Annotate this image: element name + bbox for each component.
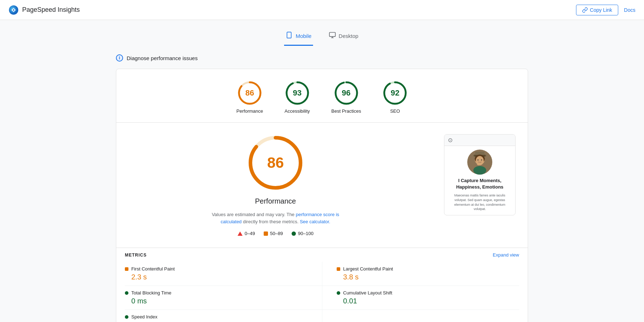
- link-icon: [582, 7, 588, 13]
- metric-fcp-value: 2.3 s: [125, 273, 316, 281]
- metric-cls: Cumulative Layout Shift 0.01: [322, 286, 519, 310]
- metric-cls-name: Cumulative Layout Shift: [343, 290, 392, 296]
- main-content: Mobile Desktop i Diagnose performance is…: [107, 20, 537, 322]
- score-value-best-practices: 96: [342, 88, 350, 98]
- expand-view-button[interactable]: Expand view: [493, 252, 519, 258]
- score-label-seo: SEO: [390, 108, 400, 114]
- average-icon: [264, 231, 268, 236]
- metric-fcp-name: First Contentful Paint: [131, 266, 175, 272]
- metric-cls-value: 0.01: [337, 297, 513, 305]
- big-score-circle: 86: [247, 134, 304, 191]
- score-value-performance: 86: [245, 88, 254, 98]
- score-row: 86 Performance 93 Accessibility: [116, 69, 528, 123]
- screenshot-body: Maecenas mattis fames ante iaculis volut…: [448, 193, 512, 211]
- screenshot-preview: I Capture Moments, Happiness, Emotions M…: [444, 146, 515, 215]
- score-item-best-practices: 96 Best Practices: [331, 80, 361, 114]
- screenshot-card: ⊙: [444, 134, 516, 215]
- big-score-num: 86: [267, 154, 284, 171]
- header-right: Copy Link Docs: [576, 5, 635, 15]
- diagnose-section: i Diagnose performance issues: [116, 54, 528, 62]
- mobile-icon: [286, 31, 293, 40]
- metric-si-header: Speed Index: [125, 314, 316, 319]
- legend-pass-range: 90–100: [298, 231, 313, 236]
- svg-rect-3: [329, 33, 335, 37]
- score-item-performance: 86 Performance: [236, 80, 263, 114]
- tab-desktop-label: Desktop: [339, 33, 358, 39]
- performance-description: Values are estimated and may vary. The p…: [208, 211, 343, 225]
- metric-cls-header: Cumulative Layout Shift: [337, 290, 513, 296]
- score-legend: 0–49 50–89 90–100: [238, 231, 313, 236]
- screenshot-camera-icon: ⊙: [448, 137, 453, 143]
- score-circle-accessibility: 93: [285, 80, 310, 106]
- results-card: 86 Performance 93 Accessibility: [116, 69, 528, 322]
- svg-text:i: i: [119, 55, 120, 60]
- docs-link[interactable]: Docs: [624, 7, 635, 13]
- diagnose-text: Diagnose performance issues: [127, 55, 197, 61]
- metric-cls-indicator: [337, 291, 340, 295]
- desktop-icon: [329, 31, 336, 40]
- score-value-seo: 92: [391, 88, 399, 98]
- score-value-accessibility: 93: [293, 88, 301, 98]
- screenshot-title: I Capture Moments, Happiness, Emotions: [448, 177, 512, 190]
- screenshot-toolbar: ⊙: [444, 135, 515, 146]
- performance-title: Performance: [255, 197, 296, 205]
- metric-fcp-indicator: [125, 267, 128, 271]
- legend-fail-range: 0–49: [245, 231, 255, 236]
- tab-mobile[interactable]: Mobile: [284, 27, 313, 46]
- score-label-performance: Performance: [236, 108, 263, 114]
- performance-detail: 86 Performance Values are estimated and …: [116, 123, 528, 248]
- svg-point-27: [481, 160, 482, 161]
- app-title: PageSpeed Insights: [22, 6, 80, 14]
- metric-lcp-header: Largest Contentful Paint: [337, 266, 513, 272]
- metric-si: Speed Index 2.9 s: [125, 310, 322, 322]
- score-label-accessibility: Accessibility: [284, 108, 310, 114]
- performance-left: 86 Performance Values are estimated and …: [125, 134, 426, 236]
- metrics-title: METRICS: [125, 253, 147, 258]
- score-item-accessibility: 93 Accessibility: [284, 80, 310, 114]
- score-circle-performance: 86: [237, 80, 262, 106]
- score-circle-best-practices: 96: [334, 80, 359, 106]
- legend-average-range: 50–89: [270, 231, 283, 236]
- pass-icon: [292, 231, 296, 236]
- metric-si-name: Speed Index: [131, 314, 157, 319]
- pagespeed-logo-icon: [9, 5, 19, 15]
- svg-rect-1: [287, 32, 292, 38]
- calculator-link[interactable]: See calculator.: [300, 219, 330, 224]
- score-label-best-practices: Best Practices: [331, 108, 361, 114]
- score-item-seo: 92 SEO: [382, 80, 408, 114]
- performance-right: ⊙: [440, 134, 519, 236]
- diagnose-icon: i: [116, 54, 123, 62]
- metrics-header: METRICS Expand view: [116, 248, 528, 262]
- tab-desktop[interactable]: Desktop: [327, 27, 360, 46]
- legend-average: 50–89: [264, 231, 283, 236]
- avatar-image: [467, 150, 492, 175]
- metric-lcp-name: Largest Contentful Paint: [343, 266, 393, 272]
- svg-point-26: [478, 160, 479, 161]
- score-circle-seo: 92: [382, 80, 408, 106]
- legend-fail: 0–49: [238, 231, 255, 236]
- metric-tbt-name: Total Blocking Time: [131, 290, 171, 296]
- svg-point-23: [473, 166, 486, 175]
- metrics-grid: First Contentful Paint 2.3 s Largest Con…: [116, 262, 528, 322]
- tab-mobile-label: Mobile: [296, 33, 311, 39]
- tabs-container: Mobile Desktop: [116, 27, 528, 46]
- metric-si-indicator: [125, 315, 128, 319]
- metric-lcp-indicator: [337, 267, 340, 271]
- metric-tbt-indicator: [125, 291, 128, 295]
- fail-icon: [238, 231, 243, 236]
- legend-pass: 90–100: [292, 231, 313, 236]
- metric-tbt: Total Blocking Time 0 ms: [125, 286, 322, 310]
- metric-fcp: First Contentful Paint 2.3 s: [125, 262, 322, 286]
- header: PageSpeed Insights Copy Link Docs: [0, 0, 644, 20]
- metric-lcp-value: 3.8 s: [337, 273, 513, 281]
- metric-empty: [322, 310, 519, 322]
- metric-fcp-header: First Contentful Paint: [125, 266, 316, 272]
- metric-tbt-header: Total Blocking Time: [125, 290, 316, 296]
- header-left: PageSpeed Insights: [9, 5, 80, 15]
- metric-tbt-value: 0 ms: [125, 297, 316, 305]
- metric-lcp: Largest Contentful Paint 3.8 s: [322, 262, 519, 286]
- copy-link-button[interactable]: Copy Link: [576, 5, 618, 15]
